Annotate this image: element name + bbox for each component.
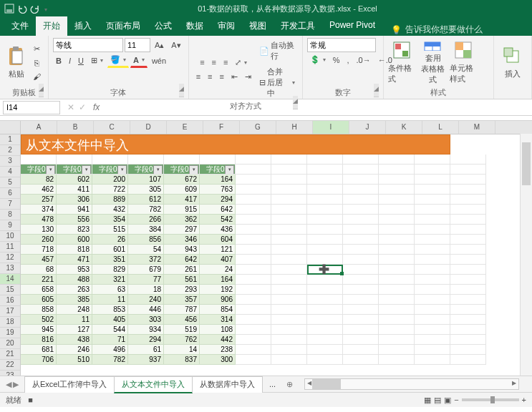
name-box[interactable]: [3, 101, 60, 114]
row-header[interactable]: 1: [0, 134, 20, 145]
cell[interactable]: [415, 265, 450, 275]
table-cell[interactable]: 321: [92, 275, 128, 285]
cell[interactable]: [450, 185, 486, 195]
cell[interactable]: [343, 275, 379, 285]
cell[interactable]: [271, 255, 307, 265]
cell[interactable]: [271, 305, 307, 315]
alignment-launcher-icon[interactable]: ◢: [293, 96, 298, 109]
cell[interactable]: [379, 225, 415, 235]
ribbon-tab[interactable]: 公式: [147, 16, 179, 36]
table-cell[interactable]: 351: [92, 255, 128, 265]
ribbon-tab[interactable]: 文件: [4, 16, 36, 36]
column-header[interactable]: D: [130, 121, 167, 134]
cell[interactable]: [415, 325, 450, 335]
cell[interactable]: [343, 285, 379, 295]
table-cell[interactable]: 294: [200, 195, 236, 205]
row-header[interactable]: 14: [0, 274, 20, 285]
row-header[interactable]: 16: [0, 295, 20, 306]
table-cell[interactable]: 432: [92, 205, 128, 215]
cell[interactable]: [343, 335, 379, 345]
cell[interactable]: [415, 285, 450, 295]
ribbon-tab[interactable]: 页面布局: [99, 16, 147, 36]
cell[interactable]: [271, 285, 307, 295]
cell[interactable]: [379, 275, 415, 285]
cell[interactable]: [415, 215, 450, 225]
sheet-nav-next-icon[interactable]: ▶: [13, 380, 19, 389]
row-header[interactable]: 21: [0, 349, 20, 360]
cell[interactable]: [379, 295, 415, 305]
cell[interactable]: [271, 335, 307, 345]
table-cell[interactable]: 515: [92, 225, 128, 235]
row-header[interactable]: 5: [0, 177, 20, 188]
table-cell[interactable]: 816: [21, 335, 57, 345]
row-header[interactable]: 18: [0, 317, 20, 328]
cell[interactable]: [379, 215, 415, 225]
table-cell[interactable]: 818: [57, 245, 92, 255]
cell[interactable]: [415, 225, 450, 235]
table-cell[interactable]: 672: [164, 175, 200, 185]
column-header[interactable]: I: [313, 121, 349, 134]
table-cell[interactable]: 853: [92, 305, 128, 315]
row-header[interactable]: 8: [0, 210, 20, 220]
cell[interactable]: [379, 345, 415, 355]
sheet-tab[interactable]: 从数据库中导入: [192, 376, 263, 393]
add-sheet-icon[interactable]: ⊕: [282, 380, 297, 389]
table-cell[interactable]: 612: [128, 195, 164, 205]
column-header[interactable]: B: [57, 121, 94, 134]
table-cell[interactable]: 945: [21, 325, 57, 335]
cell[interactable]: [271, 345, 307, 355]
cell[interactable]: [450, 165, 486, 175]
column-header[interactable]: A: [21, 121, 57, 134]
row-header[interactable]: 10: [0, 231, 20, 242]
row-header[interactable]: 19: [0, 328, 20, 338]
font-launcher-icon[interactable]: ◢: [179, 84, 184, 97]
cell[interactable]: [271, 315, 307, 325]
filter-dropdown-icon[interactable]: ▾: [153, 165, 163, 175]
cell[interactable]: [415, 295, 450, 305]
cell[interactable]: [450, 255, 486, 265]
table-cell[interactable]: 305: [128, 185, 164, 195]
table-header-cell[interactable]: 字段04▾: [128, 165, 164, 175]
table-cell[interactable]: 82: [21, 175, 57, 185]
font-color-button[interactable]: A: [130, 54, 147, 68]
cell[interactable]: [379, 154, 415, 165]
cell[interactable]: [307, 205, 343, 215]
table-cell[interactable]: 263: [57, 285, 92, 295]
zoom-in-icon[interactable]: +: [522, 396, 526, 404]
cell[interactable]: [236, 265, 271, 275]
cell[interactable]: [307, 315, 343, 325]
cell[interactable]: [450, 215, 486, 225]
cell[interactable]: [307, 225, 343, 235]
align-left-icon[interactable]: ≡: [193, 70, 203, 83]
decrease-indent-icon[interactable]: ⇤: [228, 70, 241, 84]
cell[interactable]: [450, 325, 486, 335]
table-cell[interactable]: 556: [57, 215, 92, 225]
decrease-font-icon[interactable]: A▾: [168, 39, 183, 52]
table-cell[interactable]: 854: [200, 305, 236, 315]
cell[interactable]: [450, 245, 486, 255]
table-cell[interactable]: 261: [164, 265, 200, 275]
ribbon-tab[interactable]: 审阅: [211, 16, 242, 36]
row-header[interactable]: 2: [0, 145, 20, 156]
cell[interactable]: [450, 315, 486, 325]
cell[interactable]: [343, 305, 379, 315]
cell[interactable]: [271, 355, 307, 365]
cell[interactable]: [236, 355, 271, 365]
cell[interactable]: [307, 295, 343, 305]
cell[interactable]: [271, 245, 307, 255]
table-cell[interactable]: 446: [128, 305, 164, 315]
align-middle-icon[interactable]: ≡: [209, 56, 219, 69]
cell[interactable]: [379, 255, 415, 265]
cell[interactable]: [343, 245, 379, 255]
column-header[interactable]: K: [386, 121, 422, 134]
table-header-cell[interactable]: 字段01▾: [21, 165, 57, 175]
table-cell[interactable]: 600: [57, 235, 92, 245]
table-cell[interactable]: 14: [164, 345, 200, 355]
cell[interactable]: [343, 185, 379, 195]
fx-icon[interactable]: fx: [93, 102, 100, 112]
table-cell[interactable]: 953: [57, 265, 92, 275]
table-cell[interactable]: 718: [21, 245, 57, 255]
cell[interactable]: [450, 235, 486, 245]
column-headers[interactable]: ABCDEFGHIJKLM: [21, 121, 532, 134]
cell[interactable]: [415, 235, 450, 245]
